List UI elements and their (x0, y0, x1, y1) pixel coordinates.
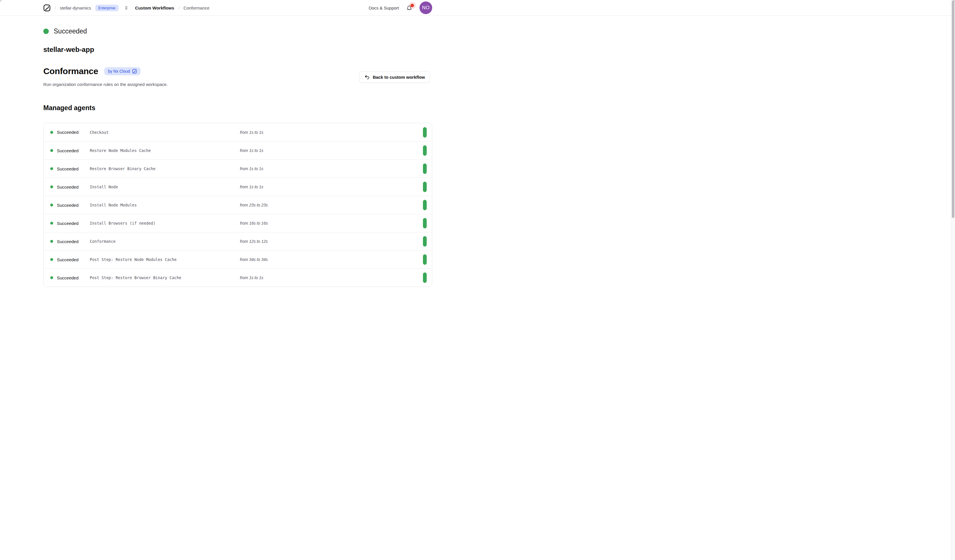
agent-step-row[interactable]: Succeeded Restore Node Modules Cache fro… (44, 141, 432, 159)
top-nav-inner: / stellar-dynamics Enterprise Custom Wor… (43, 2, 432, 14)
agent-step-row[interactable]: Succeeded Checkout from 1s to 1s (44, 123, 432, 141)
step-timeline-bar-icon (423, 182, 427, 192)
step-duration: from 12s to 12s (240, 239, 423, 244)
step-status-dot-icon (50, 222, 53, 225)
agent-step-row[interactable]: Succeeded Restore Browser Binary Cache f… (44, 159, 432, 178)
main-content: Succeeded stellar-web-app Conformance by… (43, 27, 432, 280)
step-name: Post Step: Restore Browser Binary Cache (90, 275, 240, 280)
step-duration: from 1s to 1s (240, 166, 423, 171)
avatar[interactable]: NO (420, 2, 432, 14)
notifications-button[interactable] (406, 5, 413, 11)
step-name: Restore Browser Binary Cache (90, 166, 240, 171)
step-duration: from 1s to 1s (240, 148, 423, 153)
step-timeline-bar-icon (423, 164, 427, 174)
uturn-left-arrow-icon (364, 74, 370, 80)
managed-agents-heading: Managed agents (43, 104, 432, 112)
nx-cloud-icon (132, 69, 137, 73)
agent-step-row[interactable]: Succeeded Post Step: Restore Browser Bin… (44, 268, 432, 280)
top-nav: / stellar-dynamics Enterprise Custom Wor… (0, 0, 478, 16)
agent-step-row[interactable]: Succeeded Post Step: Restore Node Module… (44, 250, 432, 268)
step-duration: from 23s to 23s (240, 203, 423, 207)
step-name: Conformance (90, 239, 240, 244)
back-to-custom-workflow-button[interactable]: Back to custom workflow (359, 71, 430, 83)
notification-badge (410, 4, 414, 7)
nx-logo-icon[interactable] (43, 4, 50, 11)
step-status-label: Succeeded (57, 184, 90, 189)
step-status-dot-icon (50, 131, 53, 134)
breadcrumb-separator: / (55, 5, 56, 10)
step-name: Checkout (90, 130, 240, 135)
breadcrumb-org[interactable]: stellar-dynamics (60, 5, 91, 10)
step-status-dot-icon (50, 258, 53, 261)
by-nx-cloud-badge[interactable]: by Nx Cloud (104, 67, 141, 76)
workspace-name: stellar-web-app (43, 45, 432, 54)
step-status-label: Succeeded (57, 166, 90, 171)
managed-agents-card: Succeeded Checkout from 1s to 1s Succeed… (43, 123, 432, 280)
plan-badge: Enterprise (95, 5, 119, 11)
status-dot-icon (43, 28, 49, 34)
step-duration: from 1s to 1s (240, 130, 423, 135)
by-nx-cloud-label: by Nx Cloud (108, 69, 130, 74)
page-title: Conformance (43, 66, 98, 76)
step-status-label: Succeeded (57, 275, 90, 280)
back-button-label: Back to custom workflow (373, 75, 425, 80)
step-status-label: Succeeded (57, 148, 90, 153)
top-nav-actions: Docs & Support NO (369, 2, 432, 14)
step-timeline-bar-icon (423, 218, 427, 228)
step-timeline-bar-icon (423, 254, 427, 265)
step-duration: from 1s to 1s (240, 275, 423, 280)
step-timeline-bar-icon (423, 273, 427, 280)
step-status-dot-icon (50, 204, 53, 206)
step-name: Install Browsers (if needed) (90, 221, 240, 226)
chevron-up-down-icon (124, 5, 129, 10)
step-status-label: Succeeded (57, 130, 90, 135)
agent-step-row[interactable]: Succeeded Install Node from 1s to 1s (44, 178, 432, 196)
step-status-dot-icon (50, 240, 53, 243)
docs-support-link[interactable]: Docs & Support (369, 5, 399, 10)
step-timeline-bar-icon (423, 236, 427, 246)
step-timeline-bar-icon (423, 127, 427, 137)
workspace-selector-button[interactable] (123, 5, 129, 11)
step-status-dot-icon (50, 276, 53, 279)
step-status-label: Succeeded (57, 203, 90, 207)
step-duration: from 34s to 34s (240, 257, 423, 262)
workflow-header: Conformance by Nx Cloud Back to custom w… (43, 66, 432, 76)
step-timeline-bar-icon (423, 145, 427, 156)
breadcrumb-custom-workflows[interactable]: Custom Workflows (135, 5, 174, 10)
step-duration: from 16s to 16s (240, 221, 423, 226)
step-status-label: Succeeded (57, 239, 90, 244)
breadcrumb-separator: / (178, 5, 179, 10)
agent-step-row[interactable]: Succeeded Install Browsers (if needed) f… (44, 214, 432, 232)
step-name: Install Node (90, 184, 240, 189)
agent-step-row[interactable]: Succeeded Install Node Modules from 23s … (44, 196, 432, 214)
step-name: Post Step: Restore Node Modules Cache (90, 257, 240, 262)
agent-step-row[interactable]: Succeeded Conformance from 12s to 12s (44, 232, 432, 250)
step-status-dot-icon (50, 167, 53, 170)
breadcrumb-current-page: Conformance (183, 5, 210, 10)
step-duration: from 1s to 1s (240, 184, 423, 189)
step-name: Install Node Modules (90, 203, 240, 207)
run-status-row: Succeeded (43, 27, 432, 35)
step-status-label: Succeeded (57, 221, 90, 226)
step-name: Restore Node Modules Cache (90, 148, 240, 153)
step-status-dot-icon (50, 186, 53, 188)
step-status-label: Succeeded (57, 257, 90, 262)
step-status-dot-icon (50, 149, 53, 152)
step-timeline-bar-icon (423, 200, 427, 210)
breadcrumb: / stellar-dynamics Enterprise Custom Wor… (43, 4, 210, 11)
app-window: / stellar-dynamics Enterprise Custom Wor… (0, 0, 478, 280)
run-status-label: Succeeded (54, 27, 87, 35)
